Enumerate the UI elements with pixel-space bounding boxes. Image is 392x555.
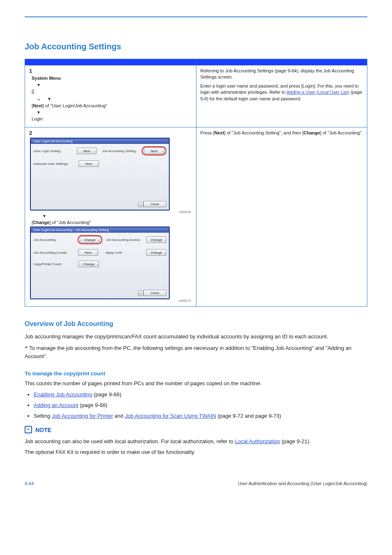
flow-login: Login: [32, 116, 43, 121]
flow-system-menu: System Menu: [32, 76, 61, 81]
note-icon: ✎: [25, 426, 32, 433]
code-label: m020174: [29, 299, 191, 302]
step1-right-1: Referring to Job Accounting Settings (pa…: [201, 68, 363, 81]
change-button[interactable]: Change›: [78, 261, 99, 267]
ui-label: Apply Limit:: [106, 251, 146, 254]
down-triangle-icon: ▼: [37, 83, 41, 87]
close-button[interactable]: ↵ Close: [143, 290, 166, 296]
chevron-right-icon: ›: [164, 239, 166, 243]
sub-manage: To manage the copy/print count: [25, 370, 367, 378]
note-text: Job accounting can also be used with loc…: [25, 437, 367, 446]
footer-title: User Authentication and Accounting (User…: [238, 481, 367, 486]
chevron-right-icon: ›: [162, 150, 164, 154]
close-button[interactable]: ↵ Close: [143, 201, 166, 207]
return-icon: ↵: [138, 202, 143, 207]
next-button[interactable]: Next›: [78, 160, 99, 167]
next-button[interactable]: Next›: [77, 148, 97, 154]
down-triangle-icon: ▼: [37, 110, 41, 115]
highlight-ring: Next›: [142, 146, 166, 155]
link-twain[interactable]: Job Accounting for Scan Using TWAIN: [125, 413, 216, 419]
step-number-1: 1: [29, 68, 192, 74]
manage-li-2: Adding an Account (page 9-68): [34, 401, 367, 409]
change-button[interactable]: Change›: [80, 236, 100, 243]
chevron-right-icon: ›: [98, 239, 99, 243]
chevron-right-icon: ›: [95, 150, 96, 154]
down-triangle-icon: ▼: [42, 214, 46, 218]
step2-caption: Press [Next] of "Job Accounting Setting"…: [201, 130, 363, 136]
manage-p: This counts the number of pages printed …: [25, 379, 367, 388]
flow-scroll: []: [32, 89, 34, 94]
chevron-right-icon: ›: [96, 252, 97, 255]
link-printer[interactable]: Job Accounting for Printer: [52, 413, 113, 419]
manage-li-3: Setting Job Accounting for Printer and J…: [34, 412, 367, 420]
highlight-ring: Change›: [78, 235, 102, 244]
next-button[interactable]: Next›: [144, 148, 164, 154]
chevron-right-icon: ›: [164, 252, 166, 255]
change-button[interactable]: Change›: [146, 249, 166, 256]
link-enable[interactable]: Enabling Job Accounting: [34, 391, 92, 398]
change-button[interactable]: Change›: [146, 236, 166, 243]
chevron-right-icon: ›: [97, 263, 98, 267]
ui-label: Unknown User Settings:: [33, 162, 78, 166]
manage-li-1: Enabling Job Accounting (page 9-66): [34, 391, 367, 399]
ui-titlebar-2: User Login/Job Accounting - Job Accounti…: [31, 227, 169, 233]
ui-label: Job Accounting Access:: [106, 238, 146, 242]
overview-heading: Overview of Job Accounting: [25, 319, 367, 329]
link-local-auth[interactable]: Local Authorization: [235, 438, 280, 444]
section-heading: Job Accounting Settings: [25, 42, 367, 51]
step-number-2: 2: [29, 130, 192, 136]
col-head-right: [196, 59, 367, 65]
ui-label: Copy/Printer Count:: [33, 262, 78, 266]
note-label: NOTE: [35, 426, 51, 435]
ui-label: Job Accounting (Local):: [33, 251, 78, 254]
footer-page: 9-64: [25, 481, 34, 486]
procedure-table: 1 System Menu ▼ [] ⌄ ▼ [Next] of "User L…: [25, 59, 367, 307]
ui-screenshot-top: User Login/Job Accounting User Login Set…: [30, 138, 170, 210]
ui-screenshot-bottom: User Login/Job Accounting - Job Accounti…: [30, 227, 170, 299]
flow-next1: [Next] of "User Login/Job Accounting": [32, 103, 107, 108]
step1-right-2: Enter a login user name and password, an…: [201, 83, 363, 102]
ui-titlebar-1: User Login/Job Accounting: [31, 139, 169, 144]
overview-note: To manage the job accounting from the PC…: [25, 345, 351, 359]
flow-change: Change: [33, 220, 49, 225]
ui-label: User Login Setting:: [33, 149, 77, 153]
next-button[interactable]: Next›: [78, 249, 98, 256]
overview-p1: Job accounting manages the copy/print/sc…: [25, 333, 367, 341]
note-box: ✎ NOTE: [25, 426, 367, 435]
note-text-2: The optional FAX Kit is required in orde…: [25, 448, 367, 456]
ui-label: Job Accounting:: [33, 238, 78, 242]
chevron-right-icon: ›: [97, 163, 98, 166]
code-label: m020168: [29, 210, 191, 213]
ui-label: Job Accounting Setting:: [102, 149, 142, 153]
link-add[interactable]: Adding an Account: [34, 402, 78, 408]
down-triangle-icon: ▼: [47, 97, 51, 101]
chevron-down-icon: ⌄: [37, 95, 41, 102]
col-head-left: [25, 59, 196, 65]
return-icon: ↵: [138, 291, 143, 296]
